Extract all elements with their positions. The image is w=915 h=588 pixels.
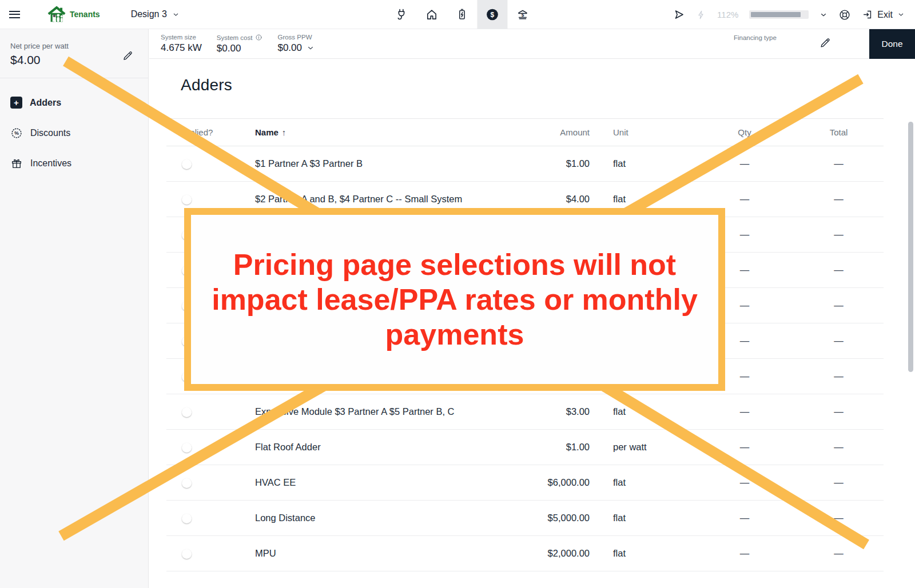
system-size-value: 4.675 kW	[161, 42, 202, 54]
svg-text:%: %	[14, 130, 19, 136]
sidebar-item-label: Adders	[30, 98, 61, 108]
plug-icon	[395, 8, 408, 21]
sidebar-item-discounts[interactable]: % Discounts	[0, 118, 148, 148]
adder-total: —	[793, 371, 884, 382]
table-row: MPU $2,000.00 flat — —	[166, 536, 884, 571]
discount-percent-badge-icon: %	[10, 127, 23, 139]
adder-name: Flat Roof Adder	[255, 442, 527, 453]
simulate-send-icon[interactable]	[673, 9, 685, 21]
gross-ppw-stat: Gross PPW $0.00	[277, 34, 315, 54]
dollar-coin-icon: $	[486, 8, 499, 21]
sidebar-item-adders[interactable]: + Adders	[0, 87, 148, 118]
exit-label: Exit	[877, 10, 893, 20]
adder-total: —	[793, 300, 884, 311]
chevron-down-icon	[897, 11, 905, 18]
info-icon[interactable]	[255, 34, 262, 41]
adder-unit: per watt	[590, 442, 696, 453]
help-lifebuoy-icon[interactable]	[838, 9, 851, 21]
adder-name: $1 Partner A $3 Partner B	[255, 158, 527, 169]
table-row: HVAC EE $6,000.00 flat — —	[166, 465, 884, 501]
adders-table-header: Applied? Name↑ Amount Unit Qty Total	[166, 118, 884, 146]
top-bar: Tenants Design 3 $	[0, 0, 915, 29]
adder-qty: —	[696, 194, 793, 205]
adder-name: Expensive Module $3 Partner A $5 Partner…	[255, 406, 527, 417]
logo-text: Tenants	[70, 10, 100, 19]
column-header-amount: Amount	[527, 127, 590, 137]
column-header-unit: Unit	[590, 127, 696, 137]
offset-progress-bar	[749, 10, 809, 19]
performance-bolt-icon	[696, 10, 706, 20]
adder-total: —	[793, 194, 884, 205]
adder-total: —	[793, 406, 884, 417]
tab-site[interactable]	[416, 0, 447, 29]
column-header-qty: Qty	[696, 127, 793, 137]
design-mode-tabs: $ $	[386, 0, 538, 29]
system-offset-percent: 112%	[717, 10, 738, 19]
design-selector[interactable]: Design 3	[131, 9, 180, 19]
svg-text:$: $	[491, 11, 495, 19]
design-selector-label: Design 3	[131, 9, 167, 19]
system-cost-stat: System cost $0.00	[217, 34, 263, 54]
system-size-stat: System size 4.675 kW	[161, 34, 202, 54]
adder-unit: flat	[590, 406, 696, 417]
edit-pencil-icon[interactable]	[819, 37, 832, 49]
system-size-label: System size	[161, 34, 202, 41]
annotation-callout-box: Pricing page selections will not impact …	[184, 208, 725, 391]
adder-name: Long Distance	[255, 513, 527, 523]
adder-unit: flat	[590, 548, 696, 559]
app-logo: Tenants	[47, 6, 100, 23]
table-row: Flat Roof Adder $1.00 per watt — —	[166, 430, 884, 465]
svg-text:$: $	[522, 13, 524, 18]
offset-progress-fill	[751, 12, 800, 17]
adder-unit: flat	[590, 513, 696, 523]
summary-bar: System size 4.675 kW System cost $0.00 G…	[149, 29, 915, 59]
tab-pricing[interactable]: $	[477, 0, 507, 29]
adder-name: MPU	[255, 548, 527, 559]
net-price-section: Net price per watt $4.00	[0, 29, 148, 78]
column-header-name[interactable]: Name↑	[255, 127, 527, 137]
adder-total: —	[793, 442, 884, 453]
adder-total: —	[793, 229, 884, 240]
adders-plus-icon: +	[10, 97, 22, 109]
table-row: $1 Partner A $3 Partner B $1.00 flat — —	[166, 146, 884, 182]
system-cost-value: $0.00	[217, 43, 263, 54]
chevron-down-icon[interactable]	[307, 44, 315, 52]
tab-electrical[interactable]	[386, 0, 416, 29]
adder-total: —	[793, 477, 884, 488]
hamburger-menu-icon[interactable]	[9, 11, 20, 18]
adder-amount: $2,000.00	[527, 548, 590, 559]
done-button[interactable]: Done	[869, 29, 915, 59]
adder-amount: $4.00	[527, 194, 590, 205]
pricing-sidebar: Net price per watt $4.00 + Adders % Disc…	[0, 29, 149, 588]
table-row: Long Distance $5,000.00 flat — —	[166, 501, 884, 536]
tab-financing[interactable]: $	[507, 0, 538, 29]
tab-storage[interactable]	[447, 0, 477, 29]
bank-icon: $	[516, 8, 529, 21]
exit-button[interactable]: Exit	[862, 9, 905, 20]
home-icon	[425, 8, 438, 21]
sidebar-item-incentives[interactable]: Incentives	[0, 148, 148, 178]
gross-ppw-value: $0.00	[277, 42, 302, 54]
column-header-applied: Applied?	[166, 127, 255, 137]
adder-qty: —	[696, 513, 793, 523]
adder-total: —	[793, 158, 884, 169]
adder-qty: —	[696, 158, 793, 169]
adder-amount: $3.00	[527, 406, 590, 417]
adder-amount: $6,000.00	[527, 477, 590, 488]
adder-name: HVAC EE	[255, 477, 527, 488]
system-cost-label: System cost	[217, 34, 253, 41]
chevron-down-icon[interactable]	[819, 11, 828, 19]
net-price-label: Net price per watt	[10, 42, 148, 50]
gross-ppw-label: Gross PPW	[277, 34, 315, 41]
scrollbar-thumb[interactable]	[908, 122, 913, 372]
adder-amount: $1.00	[527, 442, 590, 453]
adder-unit: flat	[590, 477, 696, 488]
adder-amount: $1.00	[527, 158, 590, 169]
table-row	[166, 571, 884, 588]
adder-unit: flat	[590, 158, 696, 169]
edit-pencil-icon[interactable]	[122, 50, 134, 62]
adder-total: —	[793, 335, 884, 346]
battery-icon	[455, 8, 468, 21]
adder-qty: —	[696, 477, 793, 488]
sidebar-nav: + Adders % Discounts Incentives	[0, 78, 148, 178]
